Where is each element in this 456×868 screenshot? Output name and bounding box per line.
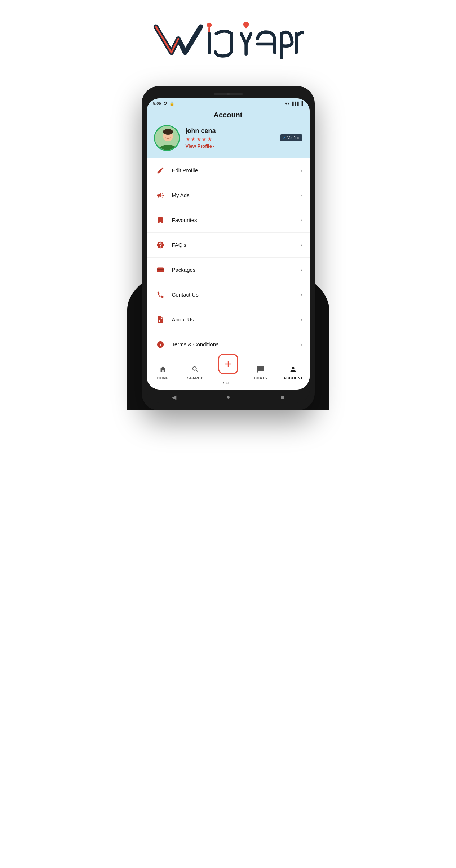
- phone-frame: 5:05 ⏱ 🔒 ▾▾ ▐▐▐ ▐ Account: [142, 86, 315, 410]
- system-nav-bar: ◀ ● ■: [147, 390, 310, 403]
- recents-button[interactable]: ■: [281, 394, 284, 400]
- menu-item-my-ads[interactable]: My Ads›: [147, 183, 310, 208]
- nav-label-search: SEARCH: [187, 376, 203, 380]
- chats-nav-icon: [257, 365, 265, 375]
- about-us-icon: [154, 313, 167, 326]
- phone-outer-wrap: 5:05 ⏱ 🔒 ▾▾ ▐▐▐ ▐ Account: [142, 86, 315, 410]
- nav-label-account: ACCOUNT: [284, 376, 303, 380]
- star-1: ★: [186, 136, 190, 142]
- star-4: ★: [202, 136, 207, 142]
- profile-section: john cena ★ ★ ★ ★ ★ View Profile ›: [154, 125, 302, 151]
- chevron-right-icon: ›: [300, 242, 302, 248]
- chevron-right-icon: ›: [300, 316, 302, 323]
- view-profile-link[interactable]: View Profile ›: [186, 143, 275, 149]
- svg-point-12: [159, 320, 160, 321]
- nav-item-home[interactable]: HOME: [147, 365, 179, 380]
- nav-item-chats[interactable]: CHATS: [244, 365, 277, 380]
- nav-item-account[interactable]: ACCOUNT: [277, 365, 309, 380]
- page-title: Account: [154, 111, 302, 119]
- menu-label-favourites: Favourites: [172, 217, 301, 223]
- menu-item-contact-us[interactable]: Contact Us›: [147, 282, 310, 307]
- menu-label-my-ads: My Ads: [172, 192, 301, 198]
- account-header: Account: [147, 107, 310, 158]
- profile-info: john cena ★ ★ ★ ★ ★ View Profile ›: [186, 127, 275, 149]
- edit-profile-icon: [154, 164, 167, 177]
- sd-icon: 🔒: [169, 101, 174, 106]
- logo-area: [152, 22, 304, 64]
- svg-rect-14: [160, 344, 161, 346]
- menu-item-terms[interactable]: Terms & Conditions›: [147, 332, 310, 357]
- menu-item-edit-profile[interactable]: Edit Profile›: [147, 158, 310, 183]
- sell-button[interactable]: [218, 354, 238, 374]
- nav-item-sell[interactable]: SELL: [212, 360, 244, 385]
- nav-label-chats: CHATS: [254, 376, 267, 380]
- search-nav-icon: [191, 365, 199, 375]
- avatar: [154, 125, 180, 151]
- home-nav-icon: [159, 365, 167, 375]
- wifi-icon: ▾▾: [285, 101, 289, 106]
- svg-rect-11: [157, 269, 163, 270]
- svg-point-0: [207, 23, 211, 27]
- chevron-right-icon: ›: [300, 192, 302, 199]
- menu-item-faqs[interactable]: FAQ's›: [147, 233, 310, 258]
- contact-us-icon: [154, 288, 167, 301]
- chevron-right-icon: ›: [300, 267, 302, 273]
- menu-label-about-us: About Us: [172, 316, 301, 322]
- my-ads-icon: [154, 189, 167, 202]
- menu-list: Edit Profile›My Ads›Favourites›FAQ's›Pac…: [147, 158, 310, 357]
- menu-label-faqs: FAQ's: [172, 242, 301, 248]
- svg-point-15: [160, 343, 161, 343]
- terms-icon: [154, 338, 167, 351]
- chevron-right-icon: ›: [300, 217, 302, 223]
- status-bar: 5:05 ⏱ 🔒 ▾▾ ▐▐▐ ▐: [147, 98, 310, 107]
- menu-label-contact-us: Contact Us: [172, 291, 301, 298]
- nav-label-home: HOME: [157, 376, 169, 380]
- nav-label-sell: SELL: [223, 381, 233, 385]
- sell-button-wrap: [218, 354, 238, 374]
- verified-badge: ✔ Verified: [280, 134, 302, 141]
- account-nav-icon: [289, 365, 297, 375]
- menu-label-terms: Terms & Conditions: [172, 341, 301, 347]
- star-2: ★: [191, 136, 196, 142]
- profile-name: john cena: [186, 127, 275, 135]
- star-rating: ★ ★ ★ ★ ★: [186, 136, 275, 142]
- back-button[interactable]: ◀: [172, 394, 176, 401]
- home-button[interactable]: ●: [227, 394, 230, 400]
- brand-logo: [152, 22, 304, 63]
- nav-item-search[interactable]: SEARCH: [179, 365, 212, 380]
- chevron-right-icon: ›: [300, 291, 302, 298]
- star-3: ★: [196, 136, 201, 142]
- timer-icon: ⏱: [163, 101, 167, 106]
- menu-label-edit-profile: Edit Profile: [172, 167, 301, 173]
- menu-label-packages: Packages: [172, 267, 301, 273]
- chevron-right-icon: ›: [300, 341, 302, 348]
- faqs-icon: [154, 239, 167, 252]
- packages-icon: [154, 263, 167, 276]
- svg-point-9: [163, 129, 173, 135]
- chevron-right-icon: ›: [213, 143, 214, 149]
- favourites-icon: [154, 214, 167, 227]
- svg-rect-10: [157, 267, 163, 272]
- chevron-right-icon: ›: [300, 167, 302, 174]
- signal-icon: ▐▐▐: [291, 102, 298, 106]
- time-display: 5:05: [153, 101, 161, 106]
- star-5: ★: [207, 136, 212, 142]
- check-icon: ✔: [283, 136, 286, 140]
- menu-item-packages[interactable]: Packages›: [147, 258, 310, 282]
- menu-item-about-us[interactable]: About Us›: [147, 307, 310, 332]
- menu-item-favourites[interactable]: Favourites›: [147, 208, 310, 233]
- battery-icon: ▐: [300, 101, 303, 106]
- phone-screen: 5:05 ⏱ 🔒 ▾▾ ▐▐▐ ▐ Account: [147, 98, 310, 390]
- bottom-nav: HOMESEARCHSELLCHATSACCOUNT: [147, 357, 310, 390]
